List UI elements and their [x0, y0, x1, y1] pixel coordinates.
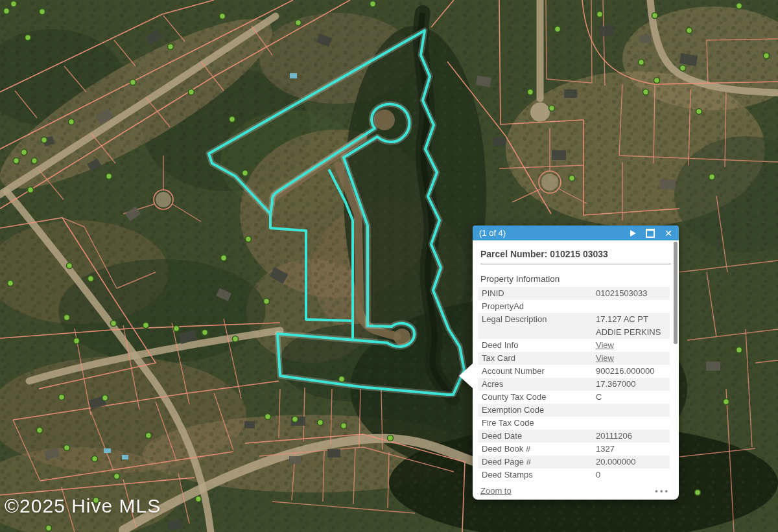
parcel-number-title: Parcel Number: 010215 03033: [473, 240, 679, 264]
table-row: Exemption Code: [478, 404, 670, 417]
table-row: Fire Tax Code: [478, 417, 670, 430]
table-row: PropertyAd: [478, 300, 670, 313]
feature-popup: (1 of 4) ✕ Parcel Number: 010215 03033 P…: [473, 226, 679, 500]
table-row: Acres 17.367000: [478, 378, 670, 391]
table-row: County Tax Code C: [478, 391, 670, 404]
pool: [290, 73, 297, 78]
table-row: Deed Date 20111206: [478, 430, 670, 443]
more-options-icon[interactable]: •••: [655, 486, 670, 496]
popup-footer: Zoom to •••: [473, 481, 679, 496]
table-row: Deed Stamps 0: [478, 468, 670, 481]
popup-header: (1 of 4) ✕: [473, 226, 679, 240]
popup-body: Parcel Number: 010215 03033 Property Inf…: [473, 240, 679, 500]
scrollbar-thumb[interactable]: [674, 242, 678, 344]
popup-scrollbar[interactable]: [673, 242, 678, 498]
deed-info-view-link[interactable]: View: [596, 339, 670, 352]
copyright-watermark: ©2025 Hive MLS: [5, 495, 161, 517]
table-row: Legal Description 17.127 AC PT ADDIE PER…: [478, 313, 670, 339]
pool: [122, 455, 128, 459]
table-row: Deed Info View: [478, 339, 670, 352]
attribute-table: PINID 01021503033 PropertyAd Legal Descr…: [478, 287, 670, 481]
table-row: Deed Page # 20.000000: [478, 456, 670, 468]
table-row: PINID 01021503033: [478, 287, 670, 300]
popup-pointer: [459, 364, 473, 388]
dock-icon[interactable]: [646, 229, 655, 238]
map-application: (1 of 4) ✕ Parcel Number: 010215 03033 P…: [0, 0, 778, 532]
table-row: Tax Card View: [478, 352, 670, 365]
next-feature-icon[interactable]: [630, 230, 636, 237]
tax-card-view-link[interactable]: View: [596, 352, 670, 365]
section-title: Property Information: [473, 264, 679, 287]
popup-paging-title: (1 of 4): [479, 228, 506, 238]
close-icon[interactable]: ✕: [665, 229, 672, 238]
table-row: Deed Book # 1327: [478, 443, 670, 456]
zoom-to-link[interactable]: Zoom to: [480, 486, 512, 496]
table-row: Account Number 900216.000000: [478, 365, 670, 378]
pool: [104, 448, 111, 453]
